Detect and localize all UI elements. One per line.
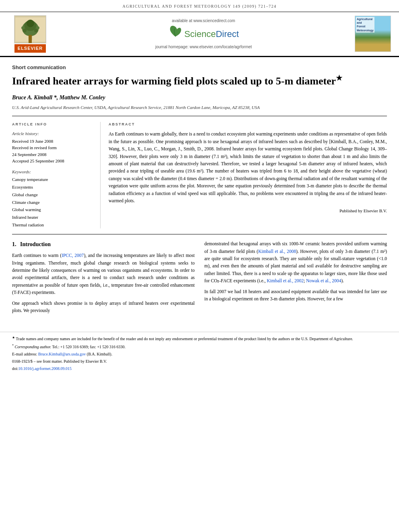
center-info: available at www.sciencedirect.com Scien… [52, 18, 355, 50]
introduction-section: 1. Introduction Earth continues to warm … [12, 234, 387, 317]
abstract-heading: Abstract [109, 122, 387, 127]
keyword-global-change: Global change [12, 191, 95, 199]
affiliation: U.S. Arid-Land Agricultural Research Cen… [12, 104, 387, 111]
nowak-2004-link[interactable]: Nowak et al., 2004 [306, 278, 341, 283]
history-label: Article history: [12, 130, 95, 137]
doi-link[interactable]: 10.1016/j.agrformet.2008.09.015 [19, 366, 72, 371]
elsevier-logo: ELSEVIER [8, 15, 52, 53]
journal-cover-title: AgriculturalandForestMeteorology [356, 17, 374, 32]
article-info-column: Article Info Article history: Received 1… [12, 122, 101, 228]
body-two-col: 1. Introduction Earth continues to warm … [12, 240, 387, 317]
article-info-abstract-section: Article Info Article history: Received 1… [12, 116, 387, 228]
accepted-date: Accepted 25 September 2008 [12, 158, 95, 164]
journal-cover: AgriculturalandForestMeteorology [355, 16, 391, 52]
svg-point-8 [36, 26, 39, 29]
keyword-canopy-temperature: Canopy temperature [12, 176, 95, 183]
elsevier-label: ELSEVIER [14, 44, 46, 53]
article-type-label: Short communication [12, 64, 387, 72]
top-banner: ELSEVIER available at www.sciencedirect.… [0, 12, 399, 57]
keywords-section: Keywords: Canopy temperature Ecosystems … [12, 168, 95, 228]
svg-point-7 [21, 26, 25, 29]
footnote-2: * Corresponding author. Tel.: +1 520 316… [12, 343, 387, 350]
svg-rect-1 [29, 34, 32, 40]
intro-col2-para-2: In fall 2007 we had 18 heaters and assoc… [204, 288, 387, 303]
received-date-1: Received 19 June 2008 [12, 138, 95, 145]
received-revised-date: 24 September 2008 [12, 151, 95, 158]
authors: Bruce A. Kimball *, Matthew M. Conley [12, 93, 387, 102]
svg-point-4 [27, 19, 34, 27]
intro-para-1: Earth continues to warm (IPCC, 2007), an… [12, 252, 195, 296]
available-at-text: available at www.sciencedirect.com [52, 18, 355, 24]
keyword-thermal-radiation: Thermal radiation [12, 221, 95, 229]
published-by: Published by Elsevier B.V. [109, 207, 387, 214]
intro-para-2: One approach which shows promise is to d… [12, 300, 195, 314]
kimball-2002-link[interactable]: Kimball et al., 2002 [267, 278, 304, 283]
footnote-doi: doi:10.1016/j.agrformet.2008.09.015 [12, 366, 387, 372]
keyword-ecosystems: Ecosystems [12, 183, 95, 191]
footnote-1: ★ Trade names and company names are incl… [12, 335, 387, 342]
journal-header: Agricultural and Forest Meteorology 149 … [0, 0, 399, 12]
keywords-label: Keywords: [12, 168, 95, 175]
kimball-2008-link[interactable]: Kimball et al., 2008 [258, 249, 296, 254]
email-link[interactable]: Bruce.Kimball@ars.usda.gov [38, 352, 86, 356]
sciencedirect-logo: ScienceDirect [52, 25, 355, 42]
keyword-climate-change: Climate change [12, 199, 95, 206]
keyword-global-warming: Global warming [12, 206, 95, 214]
footnote-email: E-mail address: Bruce.Kimball@ars.usda.g… [12, 351, 387, 357]
article-title: Infrared heater arrays for warming field… [12, 74, 387, 88]
intro-col2-para-1: demonstrated that hexagonal arrays with … [204, 240, 387, 284]
article-history: Article history: Received 19 June 2008 R… [12, 130, 95, 164]
keyword-infrared-heater: Infrared heater [12, 214, 95, 221]
body-right-col: demonstrated that hexagonal arrays with … [204, 240, 387, 317]
main-content: Short communication Infrared heater arra… [0, 57, 399, 324]
abstract-section: Abstract As Earth continues to warm glob… [109, 122, 387, 228]
received-revised-label: Received in revised form [12, 144, 95, 151]
footnote-area: ★ Trade names and company names are incl… [0, 332, 399, 377]
footnote-copyright: 0168-1923/$ – see front matter. Publishe… [12, 358, 387, 364]
author-names: Bruce A. Kimball *, Matthew M. Conley [12, 94, 105, 101]
sciencedirect-text: ScienceDirect [184, 27, 239, 41]
abstract-text: As Earth continues to warm globally, the… [109, 130, 387, 204]
body-left-col: 1. Introduction Earth continues to warm … [12, 240, 195, 317]
journal-homepage-text: journal homepage: www.elsevier.com/locat… [52, 44, 355, 50]
intro-heading: 1. Introduction [12, 240, 195, 249]
article-info-heading: Article Info [12, 122, 95, 127]
journal-header-text: Agricultural and Forest Meteorology 149 … [122, 4, 276, 8]
sd-leaf-icon [168, 25, 183, 42]
ipcc-link[interactable]: IPCC, 2007 [62, 253, 84, 258]
elsevier-tree-image [14, 15, 46, 43]
